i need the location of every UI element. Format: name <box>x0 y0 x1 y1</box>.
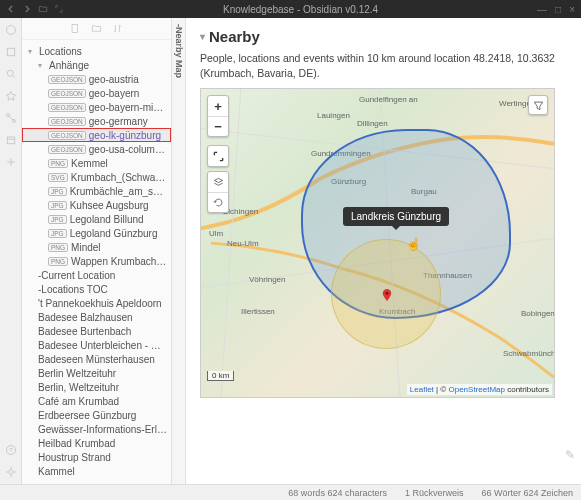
tree-item[interactable]: Badeseen Münsterhausen <box>22 352 171 366</box>
tree-item[interactable]: JPGLegoland Günzburg <box>22 226 171 240</box>
map-city-label: Vöhringen <box>249 275 285 284</box>
zoom-out-button[interactable]: − <box>208 116 228 136</box>
content-pane: ▾Nearby People, locations and events wit… <box>186 18 581 484</box>
new-folder-icon[interactable] <box>91 23 102 34</box>
minimize-icon[interactable]: — <box>537 4 547 15</box>
map-city-label: Illertissen <box>241 307 275 316</box>
tree-item[interactable]: Café am Krumbad <box>22 394 171 408</box>
filter-icon[interactable] <box>528 95 548 115</box>
osm-link[interactable]: OpenStreetMap <box>448 385 504 394</box>
tree-item[interactable]: Heilbad Krumbad <box>22 436 171 450</box>
svg-point-2 <box>7 70 13 76</box>
page-heading: ▾Nearby <box>200 28 567 45</box>
map-city-label: Bobingen <box>521 309 555 318</box>
map-cursor-icon: ☝ <box>406 237 421 251</box>
svg-point-0 <box>6 26 15 35</box>
map-tools-b <box>207 171 229 213</box>
calendar-icon[interactable] <box>5 134 17 146</box>
tree-item[interactable]: GEOJSONgeo-usa-columbus <box>22 142 171 156</box>
tree-item[interactable]: SVGKrumbach_(Schwaben)_in_GZ <box>22 170 171 184</box>
window-title: Knowledgebase - Obsidian v0.12.4 <box>64 4 537 15</box>
page-intro: People, locations and events within 10 k… <box>200 51 567 80</box>
close-icon[interactable]: × <box>569 4 575 15</box>
tree-item-selected[interactable]: GEOJSONgeo-lk-günzburg <box>22 128 171 142</box>
new-note-icon[interactable] <box>70 23 81 34</box>
map-tools-a <box>207 145 229 167</box>
tree-item[interactable]: 't Pannekoekhuis Apeldoorn <box>22 296 171 310</box>
tree-item[interactable]: GEOJSONgeo-austria <box>22 72 171 86</box>
map-tooltip: Landkreis Günzburg <box>343 207 449 226</box>
star-icon[interactable] <box>5 90 17 102</box>
tree-item[interactable]: Berlin, Weltzeituhr <box>22 380 171 394</box>
tree-item[interactable]: JPGKuhsee Augsburg <box>22 198 171 212</box>
help-icon[interactable]: ? <box>5 444 17 456</box>
map-city-label: Ulm <box>209 229 223 238</box>
status-words-de: 66 Wörter 624 Zeichen <box>481 488 573 498</box>
tree-item[interactable]: ▾Anhänge <box>22 58 171 72</box>
zoom-in-button[interactable]: + <box>208 96 228 116</box>
reset-icon[interactable] <box>208 192 228 212</box>
tree-item[interactable]: PNGMindel <box>22 240 171 254</box>
tree-item[interactable]: -Current Location <box>22 268 171 282</box>
map-marker-icon[interactable] <box>381 289 393 301</box>
tree-item[interactable]: GEOJSONgeo-bayern <box>22 86 171 100</box>
graph-icon[interactable] <box>5 112 17 124</box>
tree-item[interactable]: Kammel <box>22 464 171 478</box>
map-city-label: Neu-Ulm <box>227 239 259 248</box>
svg-rect-5 <box>7 137 15 144</box>
left-rail: ? <box>0 18 22 484</box>
svg-rect-1 <box>7 48 15 56</box>
vault-icon[interactable] <box>5 24 17 36</box>
sort-icon[interactable] <box>112 23 123 34</box>
map-city-label: Schwabmünchen <box>503 349 555 358</box>
svg-text:?: ? <box>9 447 13 453</box>
search-icon[interactable] <box>5 68 17 80</box>
tree-item[interactable]: Erdbeersee Günzburg <box>22 408 171 422</box>
svg-point-8 <box>8 470 13 475</box>
file-explorer: ▾Locations▾AnhängeGEOJSONgeo-austriaGEOJ… <box>22 18 172 484</box>
svg-point-10 <box>386 292 389 295</box>
tree-item[interactable]: PNGKemmel <box>22 156 171 170</box>
tree-item[interactable]: JPGKrumbächle_am_südlichen_O <box>22 184 171 198</box>
fullscreen-icon[interactable] <box>208 146 228 166</box>
tree-item[interactable]: -Locations TOC <box>22 282 171 296</box>
file-tree[interactable]: ▾Locations▾AnhängeGEOJSONgeo-austriaGEOJ… <box>22 40 171 484</box>
status-words: 68 words 624 characters <box>288 488 387 498</box>
map-city-label: Gundelfingen an <box>359 95 418 104</box>
tree-item[interactable]: Badesee Unterbleichen - Oberegg <box>22 338 171 352</box>
explorer-icon[interactable] <box>5 46 17 58</box>
status-backlinks: 1 Rückverweis <box>405 488 464 498</box>
settings-icon[interactable] <box>5 466 17 478</box>
tree-item[interactable]: GEOJSONgeo-germany <box>22 114 171 128</box>
forward-icon[interactable] <box>22 4 32 14</box>
tree-item[interactable]: GEOJSONgeo-bayern-minified <box>22 100 171 114</box>
statusbar: 68 words 624 characters 1 Rückverweis 66… <box>0 484 581 500</box>
map-attribution: Leaflet | © OpenStreetMap contributors <box>407 384 552 395</box>
collapse-icon[interactable]: ▾ <box>200 31 205 42</box>
layers-icon[interactable] <box>208 172 228 192</box>
map-city-label: Lauingen <box>317 111 350 120</box>
tree-item[interactable]: ▾Locations <box>22 44 171 58</box>
edit-icon[interactable]: ✎ <box>565 448 575 462</box>
zoom-controls: + − <box>207 95 229 137</box>
tree-item[interactable]: Badesee Balzhausen <box>22 310 171 324</box>
back-icon[interactable] <box>6 4 16 14</box>
leaflet-map[interactable]: Gundelfingen anWertingenLauingenDillinge… <box>200 88 555 398</box>
map-city-label: Dillingen <box>357 119 388 128</box>
map-scale: 0 km <box>207 371 234 381</box>
folder-icon[interactable] <box>38 4 48 14</box>
tree-item[interactable]: PNGWappen Krumbach (Schwabe <box>22 254 171 268</box>
tree-item[interactable]: Houstrup Strand <box>22 450 171 464</box>
tree-item[interactable]: JPGLegoland Billund <box>22 212 171 226</box>
titlebar: Knowledgebase - Obsidian v0.12.4 — □ × <box>0 0 581 18</box>
tree-item[interactable]: Badesee Burtenbach <box>22 324 171 338</box>
pane-spine[interactable]: -Nearby Map <box>172 18 186 484</box>
maximize-icon[interactable]: □ <box>555 4 561 15</box>
tree-item[interactable]: Berlin Weltzeituhr <box>22 366 171 380</box>
svg-rect-9 <box>72 24 78 32</box>
tree-item[interactable]: Gewässer-Informations-Erlebnis-Pf <box>22 422 171 436</box>
leaflet-link[interactable]: Leaflet <box>410 385 434 394</box>
expand-icon[interactable] <box>54 4 64 14</box>
open-icon[interactable] <box>5 156 17 168</box>
